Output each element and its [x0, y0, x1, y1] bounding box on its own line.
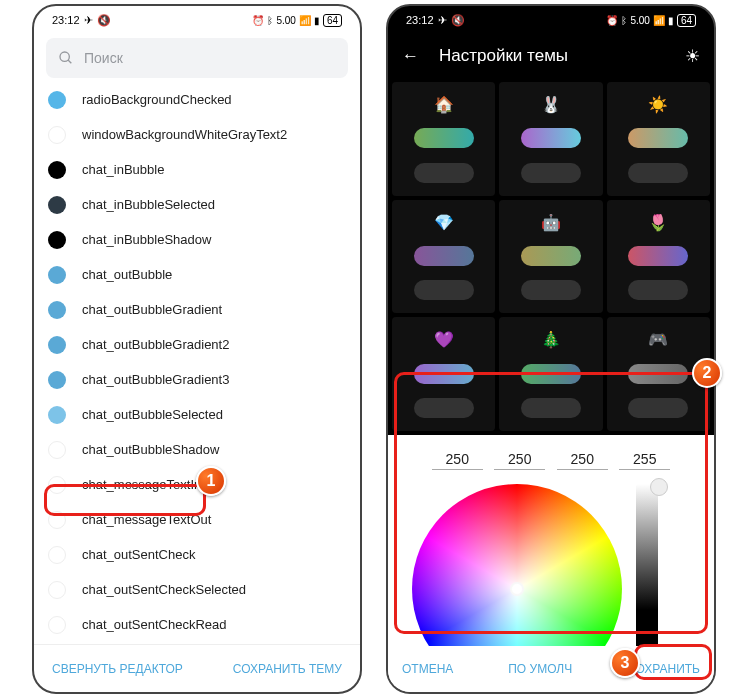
list-item[interactable]: chat_inBubble — [34, 152, 360, 187]
status-time: 23:12 — [52, 14, 80, 26]
list-item[interactable]: windowBackgroundWhiteGrayText2 — [34, 117, 360, 152]
wallpaper-thumbnail[interactable]: 🌷 — [607, 200, 710, 314]
bluetooth-icon: ᛒ — [621, 15, 627, 26]
editor-bottom-bar: СВЕРНУТЬ РЕДАКТОР СОХРАНИТЬ ТЕМУ — [34, 644, 360, 692]
wallpaper-thumbnail[interactable]: 🏠 — [392, 82, 495, 196]
default-button[interactable]: ПО УМОЛЧ — [508, 662, 572, 676]
list-item[interactable]: chat_messageTextOut — [34, 502, 360, 537]
theme-settings-header: ← Настройки темы ☀ — [388, 34, 714, 78]
status-bar: 23:12 ✈ 🔇 ⏰ ᛒ 5.00 📶 ▮ 64 — [388, 6, 714, 34]
color-wheel-cursor[interactable] — [510, 582, 524, 596]
list-item[interactable]: chat_outSentCheckSelected — [34, 572, 360, 607]
svg-line-1 — [68, 60, 71, 63]
wallpaper-thumbnail[interactable]: ☀️ — [607, 82, 710, 196]
list-item[interactable]: chat_outBubble — [34, 257, 360, 292]
wallpaper-thumbnail[interactable]: 💜 — [392, 317, 495, 431]
bluetooth-icon: ᛒ — [267, 15, 273, 26]
signal-icon: ▮ — [314, 15, 320, 26]
phone-left-screenshot: 23:12 ✈ 🔇 ⏰ ᛒ 5.00 📶 ▮ 64 Поиск radioBac… — [32, 4, 362, 694]
svg-point-0 — [60, 52, 69, 61]
wallpaper-thumbnail[interactable]: 🐰 — [499, 82, 602, 196]
list-item[interactable]: chat_outBubbleShadow — [34, 432, 360, 467]
list-item[interactable]: chat_outBubbleGradient — [34, 292, 360, 327]
brightness-handle[interactable] — [650, 478, 668, 496]
wallpaper-thumbnail[interactable]: 🎄 — [499, 317, 602, 431]
wifi-icon: 📶 — [653, 15, 665, 26]
annotation-badge-2: 2 — [692, 358, 722, 388]
save-theme-button[interactable]: СОХРАНИТЬ ТЕМУ — [233, 662, 342, 676]
telegram-icon: ✈ — [438, 14, 447, 27]
wallpaper-thumbnail[interactable]: 💎 — [392, 200, 495, 314]
telegram-icon: ✈ — [84, 14, 93, 27]
list-item[interactable]: chat_outBubbleGradient2 — [34, 327, 360, 362]
collapse-editor-button[interactable]: СВЕРНУТЬ РЕДАКТОР — [52, 662, 183, 676]
list-item[interactable]: chat_outBubbleSelected — [34, 397, 360, 432]
wifi-icon: 📶 — [299, 15, 311, 26]
battery-indicator: 64 — [323, 14, 342, 27]
header-title: Настройки темы — [439, 46, 568, 66]
alarm-icon: ⏰ — [252, 15, 264, 26]
list-item[interactable]: chat_inBubbleSelected — [34, 187, 360, 222]
list-item[interactable]: chat_outSentCheck — [34, 537, 360, 572]
rgba-inputs: 250 250 250 255 — [406, 445, 696, 480]
cancel-button[interactable]: ОТМЕНА — [402, 662, 453, 676]
wallpaper-thumbnail[interactable]: 🤖 — [499, 200, 602, 314]
wallpaper-grid: 🏠 🐰 ☀️ 💎 🤖 🌷 💜 🎄 🎮 — [388, 78, 714, 435]
speed-indicator: 5.00 — [276, 15, 295, 26]
r-input[interactable]: 250 — [432, 449, 483, 470]
list-item[interactable]: chat_outSentCheckRead — [34, 607, 360, 642]
list-item[interactable]: chat_outBubbleGradient3 — [34, 362, 360, 397]
signal-icon: ▮ — [668, 15, 674, 26]
phone-right-screenshot: 23:12 ✈ 🔇 ⏰ ᛒ 5.00 📶 ▮ 64 ← Настройки те… — [386, 4, 716, 694]
list-item[interactable]: chat_inBubbleShadow — [34, 222, 360, 257]
mute-icon: 🔇 — [451, 14, 465, 27]
brightness-icon[interactable]: ☀ — [685, 46, 700, 67]
search-placeholder: Поиск — [84, 50, 123, 66]
search-icon — [58, 50, 74, 66]
a-input[interactable]: 255 — [619, 449, 670, 470]
theme-keys-list: radioBackgroundChecked windowBackgroundW… — [34, 82, 360, 642]
b-input[interactable]: 250 — [557, 449, 608, 470]
back-icon[interactable]: ← — [402, 46, 419, 66]
search-input[interactable]: Поиск — [46, 38, 348, 78]
annotation-badge-1: 1 — [196, 466, 226, 496]
annotation-badge-3: 3 — [610, 648, 640, 678]
mute-icon: 🔇 — [97, 14, 111, 27]
g-input[interactable]: 250 — [494, 449, 545, 470]
speed-indicator: 5.00 — [630, 15, 649, 26]
battery-indicator: 64 — [677, 14, 696, 27]
color-picker-actions: ОТМЕНА ПО УМОЛЧ СОХРАНИТЬ — [388, 646, 714, 692]
status-bar: 23:12 ✈ 🔇 ⏰ ᛒ 5.00 📶 ▮ 64 — [34, 6, 360, 34]
status-time: 23:12 — [406, 14, 434, 26]
list-item[interactable]: radioBackgroundChecked — [34, 82, 360, 117]
alarm-icon: ⏰ — [606, 15, 618, 26]
